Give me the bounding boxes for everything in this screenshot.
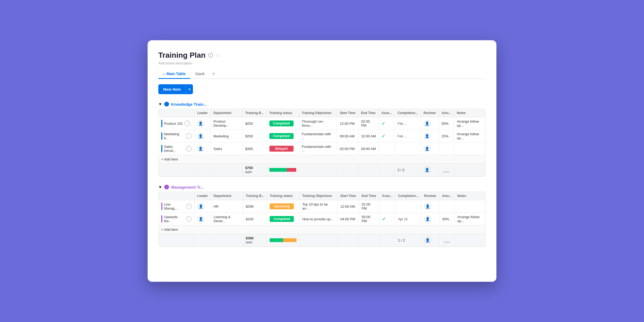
- leader-avatar[interactable]: 👤: [197, 215, 204, 222]
- toolbar: New Item ▾: [158, 84, 486, 94]
- average-cell: [439, 142, 454, 155]
- col-name: [159, 192, 195, 200]
- objectives-cell: Top 10 tips to be an...: [299, 200, 338, 213]
- end-time-cell: 10:00 AM: [358, 130, 379, 142]
- reviewer-avatar[interactable]: 👤: [424, 120, 431, 127]
- new-item-dropdown-arrow[interactable]: ▾: [186, 85, 193, 94]
- sum-budget: $750sum: [242, 164, 266, 176]
- group-knowledge-chevron[interactable]: ▼: [158, 102, 162, 106]
- item-name-cell: Sales Introd... +: [159, 142, 194, 155]
- group-management-name[interactable]: Management Tr...: [171, 185, 204, 189]
- sum-leader: [194, 164, 210, 176]
- col-budget: Training B...: [243, 192, 267, 200]
- add-person-icon[interactable]: +: [186, 146, 192, 152]
- table-row[interactable]: Product 101 + 👤Product Develop...$250Com…: [159, 117, 485, 130]
- reviewer-avatar[interactable]: 👤: [424, 133, 431, 140]
- leader-avatar[interactable]: 👤: [197, 120, 204, 127]
- department-cell: Product Develop...: [211, 117, 243, 130]
- notes-cell: [454, 142, 485, 155]
- col-notes: Notes: [454, 109, 485, 117]
- group-management-table: Leader Department Training B... Training…: [158, 192, 486, 247]
- assessed-cell: [379, 142, 395, 155]
- color-bar: [161, 203, 162, 210]
- sum-name: [159, 234, 195, 247]
- add-person-icon[interactable]: +: [184, 120, 190, 126]
- assessed-cell: ✓: [379, 213, 395, 225]
- notes-cell: Arrange follow up...: [455, 213, 485, 225]
- star-icon[interactable]: ☆: [216, 52, 220, 58]
- table-row[interactable]: Marketing b... + 👤Marketing$200Completed…: [159, 130, 485, 142]
- assessed-cell: [379, 200, 395, 213]
- add-tab-button[interactable]: +: [210, 70, 217, 79]
- status-cell: Completed: [267, 213, 299, 225]
- sum-end: [358, 164, 379, 176]
- table-row[interactable]: Sales Introd... + 👤Sales$300DelayedFunda…: [159, 142, 485, 155]
- add-item-label[interactable]: + Add Item: [159, 225, 485, 234]
- add-item-row[interactable]: + Add Item: [159, 225, 485, 234]
- summary-row: $750sum 2 / 3👤-none: [159, 164, 485, 176]
- table-row[interactable]: Line Manag... + 👤HR$299UpcomingTop 10 ti…: [159, 200, 485, 213]
- item-name: Upwards fee...: [164, 215, 185, 223]
- reviewer-avatar[interactable]: 👤: [424, 145, 431, 152]
- completion-cell: Apr 15: [395, 213, 421, 225]
- sum-dept: [211, 164, 243, 176]
- new-item-button[interactable]: New Item ▾: [158, 84, 193, 94]
- color-bar: [161, 145, 162, 152]
- leader-avatar[interactable]: 👤: [197, 203, 204, 210]
- tab-main-table[interactable]: ⌂ Main Table: [158, 69, 190, 79]
- add-person-icon[interactable]: +: [186, 203, 192, 209]
- leader-avatar[interactable]: 👤: [197, 145, 204, 152]
- tab-gantt[interactable]: Gantt: [191, 69, 209, 79]
- sum-status: [266, 164, 299, 176]
- sum-comp: 2 / 3: [395, 164, 421, 176]
- reviewer-avatar[interactable]: 👤: [424, 215, 431, 222]
- department-cell: HR: [211, 200, 243, 213]
- col-end: End Time: [359, 192, 379, 200]
- budget-cell: $300: [242, 142, 266, 155]
- add-item-label[interactable]: + Add Item: [159, 155, 485, 164]
- group-management-dot: [164, 185, 169, 189]
- status-cell: Delayed: [266, 142, 299, 155]
- group-knowledge-name[interactable]: Knowledge Train...: [171, 102, 207, 107]
- objectives-cell: Thorough run-throu...: [299, 117, 337, 130]
- start-time-cell: 09:00 AM: [337, 130, 358, 142]
- budget-cell: $299: [243, 200, 267, 213]
- leader-cell: 👤: [194, 130, 210, 142]
- leader-avatar[interactable]: 👤: [197, 133, 204, 140]
- add-person-icon[interactable]: +: [186, 133, 192, 139]
- mini-bar-green: [269, 168, 287, 172]
- item-name: Line Manag...: [164, 202, 184, 210]
- objectives-cell: Fundamentals with ...: [299, 130, 337, 142]
- sum-end: [359, 234, 379, 247]
- notes-cell: [455, 200, 485, 213]
- col-completion: Completion...: [395, 192, 421, 200]
- status-badge: Upcoming: [270, 203, 294, 209]
- check-icon: ✓: [382, 134, 385, 138]
- col-objectives: Training Objectives: [299, 109, 337, 117]
- completion-text: Feb ...: [398, 122, 407, 126]
- department-cell: Marketing: [211, 130, 243, 142]
- col-name: [159, 109, 194, 117]
- reviewer-avatar[interactable]: 👤: [424, 203, 431, 210]
- col-end: End Time: [358, 109, 379, 117]
- sum-leader: [195, 234, 211, 247]
- mini-bar: [270, 238, 297, 242]
- item-name-cell: Marketing b... +: [159, 130, 194, 142]
- group-management-chevron[interactable]: ▼: [158, 185, 162, 189]
- add-person-icon[interactable]: +: [186, 216, 192, 222]
- info-icon[interactable]: i: [208, 53, 213, 58]
- leader-cell: 👤: [195, 213, 211, 225]
- color-bar: [161, 132, 162, 140]
- table-row[interactable]: Upwards fee... + 👤Learning & Devel...$10…: [159, 213, 485, 225]
- col-completion: Completion...: [395, 109, 421, 117]
- col-leader: Leader: [194, 109, 210, 117]
- status-cell: Completed: [266, 117, 299, 130]
- board-description[interactable]: Add board description: [158, 61, 486, 65]
- group-knowledge-header: ▼ Knowledge Train...: [158, 102, 486, 107]
- reviewer-cell: 👤: [421, 117, 439, 130]
- col-status: Training status: [267, 192, 299, 200]
- color-bar: [161, 215, 162, 223]
- management-table-header-row: Leader Department Training B... Training…: [159, 192, 485, 200]
- col-start: Start Time: [337, 109, 358, 117]
- add-item-row[interactable]: + Add Item: [159, 155, 485, 164]
